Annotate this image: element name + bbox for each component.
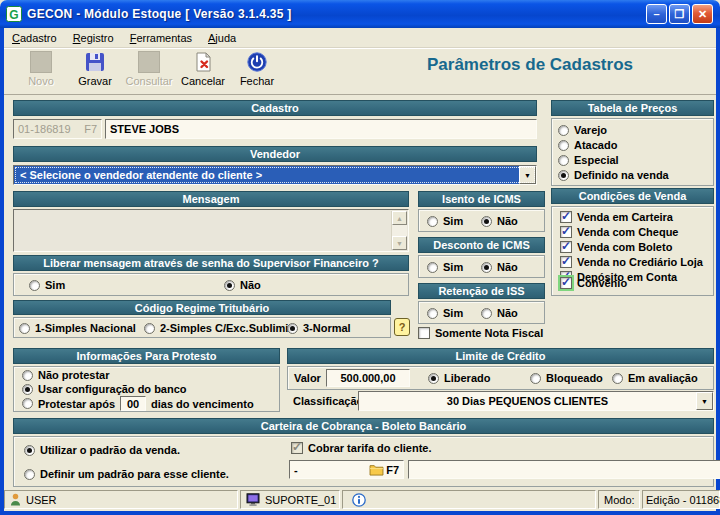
desconto-icms-panel: Sim Não	[418, 255, 545, 278]
retencao-iss-panel: Sim Não	[418, 301, 545, 324]
status-bar: USER SUPORTE_01 Modo: Edição - 01186819	[4, 489, 716, 511]
venda-carteira-checkbox[interactable]: Venda em Carteira	[560, 211, 673, 223]
maximize-button[interactable]: ❒	[669, 4, 690, 24]
convenio-checkbox[interactable]: Convênio	[560, 277, 627, 289]
desconto-sim-radio[interactable]: Sim	[427, 261, 463, 273]
window-border-left	[0, 28, 4, 511]
info-icon[interactable]	[352, 493, 366, 507]
user-icon	[10, 493, 21, 506]
definido-venda-radio[interactable]: Definido na venda	[558, 169, 669, 181]
cadastro-name-input[interactable]	[105, 119, 537, 139]
mensagem-textarea[interactable]: ▲ ▼	[13, 209, 409, 252]
isento-sim-radio[interactable]: Sim	[427, 215, 463, 227]
valor-label: Valor	[294, 372, 321, 384]
cancel-icon	[191, 50, 215, 74]
title-bar: G GECON - Módulo Estoque [ Versão 3.1.4.…	[0, 0, 720, 28]
retencao-sim-radio[interactable]: Sim	[427, 307, 463, 319]
liberar-mensagem-header: Liberar mensagem através de senha do Sup…	[13, 255, 409, 271]
retencao-iss-header: Retenção de ISS	[418, 283, 545, 299]
search-icon	[137, 50, 161, 74]
f7-hint: F7	[84, 123, 97, 135]
protestar-apos-radio[interactable]: Protestar após dias do vencimento	[22, 396, 254, 411]
chevron-down-icon[interactable]: ▼	[519, 166, 536, 184]
save-icon	[83, 50, 107, 74]
window-border-bottom	[0, 511, 720, 515]
status-user-panel: USER	[4, 490, 238, 509]
liberar-sim-radio[interactable]: Sim	[29, 279, 65, 291]
help-icon[interactable]: ?	[394, 318, 410, 336]
cadastro-header: Cadastro	[13, 100, 537, 116]
utilizar-padrao-venda-radio[interactable]: Utilizar o padrão da venda.	[24, 444, 180, 456]
scroll-up-icon[interactable]: ▲	[392, 211, 407, 225]
liberado-radio[interactable]: Liberado	[428, 372, 490, 384]
regime-normal-radio[interactable]: 3-Normal	[287, 322, 351, 334]
gravar-button[interactable]: Gravar	[68, 50, 122, 92]
classificacao-label: Classificação	[293, 395, 363, 407]
retencao-nao-radio[interactable]: Não	[481, 307, 518, 319]
tabela-precos-header: Tabela de Preços	[551, 100, 714, 116]
protesto-dias-input[interactable]	[120, 396, 146, 411]
status-info-panel	[342, 490, 596, 509]
minimize-button[interactable]: –	[646, 4, 667, 24]
carteira-header: Carteira de Cobrança - Boleto Bancário	[13, 418, 714, 434]
window-title: GECON - Módulo Estoque [ Versão 3.1.4.35…	[27, 7, 292, 21]
regime-simples-radio[interactable]: 1-Simples Nacional	[19, 322, 136, 334]
liberar-nao-radio[interactable]: Não	[224, 279, 261, 291]
window-border-right	[716, 28, 720, 511]
venda-crediario-checkbox[interactable]: Venda no Crediário Loja	[560, 256, 703, 268]
venda-boleto-checkbox[interactable]: Venda com Boleto	[560, 241, 672, 253]
especial-radio[interactable]: Especial	[558, 154, 619, 166]
limite-valor-panel: Valor Liberado Bloqueado Em avaliação	[287, 366, 714, 390]
liberar-mensagem-panel: Sim Não	[13, 273, 409, 296]
power-icon	[245, 50, 269, 74]
mensagem-header: Mensagem	[13, 191, 409, 207]
isento-nao-radio[interactable]: Não	[481, 215, 518, 227]
carteira-descricao-input[interactable]	[408, 460, 720, 479]
toolbar: Novo Gravar Consultar Cancelar Fechar Pa…	[4, 48, 716, 95]
vendedor-selected-value: < Selecione o vendedor atendente do clie…	[20, 169, 262, 181]
condicoes-venda-header: Condições de Venda	[551, 188, 714, 204]
desconto-nao-radio[interactable]: Não	[481, 261, 518, 273]
cancelar-button[interactable]: Cancelar	[176, 50, 230, 92]
usar-config-banco-radio[interactable]: Usar configuração do banco	[22, 383, 187, 395]
atacado-radio[interactable]: Atacado	[558, 139, 617, 151]
carteira-f7-button[interactable]: F7	[369, 464, 399, 476]
menu-cadastro[interactable]: Cadastro	[4, 32, 65, 44]
cadastro-code-field[interactable]: 01-186819 F7	[13, 119, 102, 139]
isento-icms-panel: Sim Não	[418, 209, 545, 232]
protesto-panel: Não protestar Usar configuração do banco…	[13, 366, 280, 412]
fechar-button[interactable]: Fechar	[230, 50, 284, 92]
carteira-panel: Utilizar o padrão da venda. Definir um p…	[13, 436, 714, 487]
mensagem-scrollbar[interactable]: ▲ ▼	[391, 211, 407, 250]
app-icon: G	[6, 6, 22, 22]
vendedor-header: Vendedor	[13, 146, 537, 162]
status-station-panel: SUPORTE_01	[240, 490, 340, 509]
varejo-radio[interactable]: Varejo	[558, 124, 607, 136]
cobrar-tarifa-checkbox: Cobrar tarifa do cliente.	[291, 442, 431, 454]
svg-text:G: G	[9, 8, 18, 22]
chevron-down-icon[interactable]: ▼	[696, 392, 713, 410]
definir-padrao-cliente-radio[interactable]: Definir um padrão para esse cliente.	[24, 468, 229, 480]
menu-bar: Cadastro Registro Ferramentas Ajuda	[4, 28, 716, 48]
scroll-down-icon[interactable]: ▼	[392, 236, 407, 250]
close-button[interactable]: ✕	[692, 4, 713, 24]
nao-protestar-radio[interactable]: Não protestar	[22, 369, 110, 381]
valor-input[interactable]	[326, 369, 410, 387]
status-modo-label-panel: Modo:	[598, 490, 640, 509]
menu-ajuda[interactable]: Ajuda	[200, 32, 244, 44]
carteira-padrao-field[interactable]: - F7	[289, 460, 404, 479]
classificacao-selected-value: 30 Dias PEQUENOS CLIENTES	[359, 395, 696, 407]
em-avaliacao-radio[interactable]: Em avaliação	[612, 372, 698, 384]
classificacao-combobox[interactable]: 30 Dias PEQUENOS CLIENTES ▼	[358, 391, 714, 411]
condicoes-venda-panel: Venda em Carteira Venda com Cheque Venda…	[551, 206, 714, 296]
page-title: Parâmetros de Cadastros	[360, 55, 700, 75]
menu-registro[interactable]: Registro	[65, 32, 122, 44]
venda-cheque-checkbox[interactable]: Venda com Cheque	[560, 226, 678, 238]
menu-ferramentas[interactable]: Ferramentas	[122, 32, 200, 44]
somente-nota-fiscal-checkbox[interactable]: Somente Nota Fiscal	[418, 327, 543, 339]
new-icon	[29, 50, 53, 74]
vendedor-combobox[interactable]: < Selecione o vendedor atendente do clie…	[13, 165, 537, 185]
bloqueado-radio[interactable]: Bloqueado	[530, 372, 603, 384]
tabela-precos-panel: Varejo Atacado Especial Definido na vend…	[551, 118, 714, 186]
regime-sublimit-radio[interactable]: 2-Simples C/Exc.Sublimit	[144, 322, 292, 334]
